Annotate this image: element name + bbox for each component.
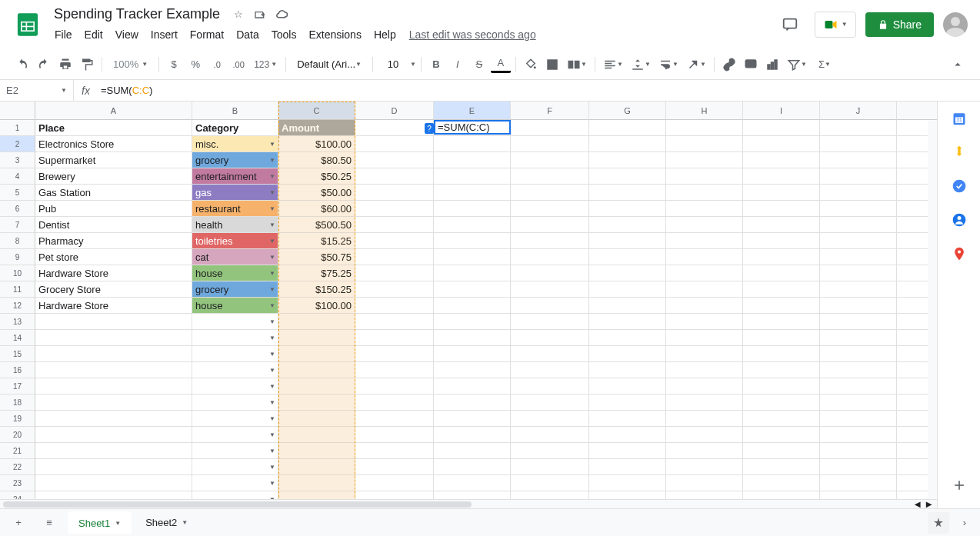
cell-E6[interactable] <box>434 201 511 217</box>
cell-D11[interactable] <box>355 281 434 298</box>
cell-G5[interactable] <box>589 185 666 201</box>
cell-H15[interactable] <box>666 346 743 362</box>
row-header-10[interactable]: 10 <box>0 265 35 281</box>
col-header-E[interactable]: E <box>434 102 511 120</box>
tasks-icon[interactable] <box>952 178 967 194</box>
col-header-B[interactable]: B <box>192 102 278 120</box>
cell-F1[interactable] <box>511 120 589 136</box>
cell-J15[interactable] <box>820 346 897 362</box>
category-dropdown-icon[interactable]: ▼ <box>269 318 275 325</box>
cell-B15[interactable]: ▼ <box>192 346 278 362</box>
cell-G18[interactable] <box>589 395 666 411</box>
cell-B10[interactable]: house▼ <box>192 265 278 281</box>
increase-decimal-button[interactable]: .00 <box>228 55 248 75</box>
cell-G17[interactable] <box>589 378 666 395</box>
chevron-down-icon[interactable]: ▼ <box>182 519 188 526</box>
cell-I9[interactable] <box>743 249 820 265</box>
cell-E3[interactable] <box>434 152 511 168</box>
cell-A10[interactable]: Hardware Store <box>35 265 192 281</box>
cell-F5[interactable] <box>511 185 589 201</box>
cell-F9[interactable] <box>511 249 589 265</box>
cell-E15[interactable] <box>434 346 511 362</box>
row-header-12[interactable]: 12 <box>0 298 35 314</box>
cell-E7[interactable] <box>434 217 511 233</box>
side-panel-toggle[interactable]: › <box>955 517 974 528</box>
category-dropdown-icon[interactable]: ▼ <box>269 221 275 228</box>
comment-button[interactable] <box>741 55 761 75</box>
add-sheet-button[interactable]: + <box>6 511 31 535</box>
category-dropdown-icon[interactable]: ▼ <box>269 448 275 454</box>
cell-F2[interactable] <box>511 136 589 152</box>
row-header-8[interactable]: 8 <box>0 233 35 249</box>
row-header-23[interactable]: 23 <box>0 475 35 491</box>
cell-J7[interactable] <box>820 217 897 233</box>
cell-I10[interactable] <box>743 265 820 281</box>
cell-B9[interactable]: cat▼ <box>192 249 278 265</box>
cell-G9[interactable] <box>589 249 666 265</box>
share-button[interactable]: Share <box>865 12 934 37</box>
chevron-down-icon[interactable]: ▼ <box>115 520 121 527</box>
cell-D8[interactable] <box>355 233 434 249</box>
cell-E10[interactable] <box>434 265 511 281</box>
font-size-input[interactable]: 10 <box>378 57 408 72</box>
cell-D5[interactable] <box>355 185 434 201</box>
menu-file[interactable]: File <box>49 25 78 44</box>
category-dropdown-icon[interactable]: ▼ <box>269 431 275 438</box>
formula-help-icon[interactable]: ? <box>425 123 434 134</box>
cell-F17[interactable] <box>511 378 589 395</box>
cell-J17[interactable] <box>820 378 897 395</box>
borders-button[interactable] <box>542 55 562 75</box>
cell-C11[interactable]: $150.25 <box>278 281 355 298</box>
cell-F22[interactable] <box>511 459 589 475</box>
cell-A3[interactable]: Supermarket <box>35 152 192 168</box>
star-icon[interactable]: ☆ <box>231 7 246 22</box>
cell-C16[interactable] <box>278 362 355 378</box>
cell-H20[interactable] <box>666 427 743 443</box>
cell-I17[interactable] <box>743 378 820 395</box>
cell-G8[interactable] <box>589 233 666 249</box>
cell-F16[interactable] <box>511 362 589 378</box>
cell-C20[interactable] <box>278 427 355 443</box>
cell-F7[interactable] <box>511 217 589 233</box>
cell-C2[interactable]: $100.00 <box>278 136 355 152</box>
percent-button[interactable]: % <box>185 55 205 75</box>
cell-B4[interactable]: entertainment▼ <box>192 168 278 185</box>
cell-J5[interactable] <box>820 185 897 201</box>
cell-G10[interactable] <box>589 265 666 281</box>
move-icon[interactable] <box>252 7 268 22</box>
undo-button[interactable] <box>12 55 32 75</box>
cell-G4[interactable] <box>589 168 666 185</box>
category-dropdown-icon[interactable]: ▼ <box>269 302 275 309</box>
more-formats-button[interactable]: 123▼ <box>250 55 281 75</box>
cell-I13[interactable] <box>743 314 820 330</box>
account-avatar[interactable] <box>943 12 968 37</box>
cell-B18[interactable]: ▼ <box>192 395 278 411</box>
category-dropdown-icon[interactable]: ▼ <box>269 238 275 245</box>
cell-J2[interactable] <box>820 136 897 152</box>
cell-J1[interactable] <box>820 120 897 136</box>
keep-icon[interactable] <box>952 145 967 160</box>
cell-C14[interactable] <box>278 330 355 346</box>
cell-A21[interactable] <box>35 443 192 459</box>
spreadsheet-grid[interactable]: ABCDEFGHIJ1PlaceCategoryAmountTotal2Elec… <box>0 102 937 508</box>
cell-C10[interactable]: $75.25 <box>278 265 355 281</box>
cell-E22[interactable] <box>434 459 511 475</box>
cell-D9[interactable] <box>355 249 434 265</box>
cell-I14[interactable] <box>743 330 820 346</box>
cell-C12[interactable]: $100.00 <box>278 298 355 314</box>
cell-E8[interactable] <box>434 233 511 249</box>
cell-A1[interactable]: Place <box>35 120 192 136</box>
paint-format-button[interactable] <box>77 55 97 75</box>
fill-color-button[interactable] <box>521 55 541 75</box>
cell-B8[interactable]: toiletries▼ <box>192 233 278 249</box>
cell-G2[interactable] <box>589 136 666 152</box>
cell-H10[interactable] <box>666 265 743 281</box>
cell-D14[interactable] <box>355 330 434 346</box>
cell-J14[interactable] <box>820 330 897 346</box>
valign-button[interactable]: ▼ <box>628 55 654 75</box>
print-button[interactable] <box>55 55 75 75</box>
add-panel-icon[interactable] <box>952 478 967 493</box>
menu-edit[interactable]: Edit <box>79 25 108 44</box>
cell-F13[interactable] <box>511 314 589 330</box>
cell-A6[interactable]: Pub <box>35 201 192 217</box>
